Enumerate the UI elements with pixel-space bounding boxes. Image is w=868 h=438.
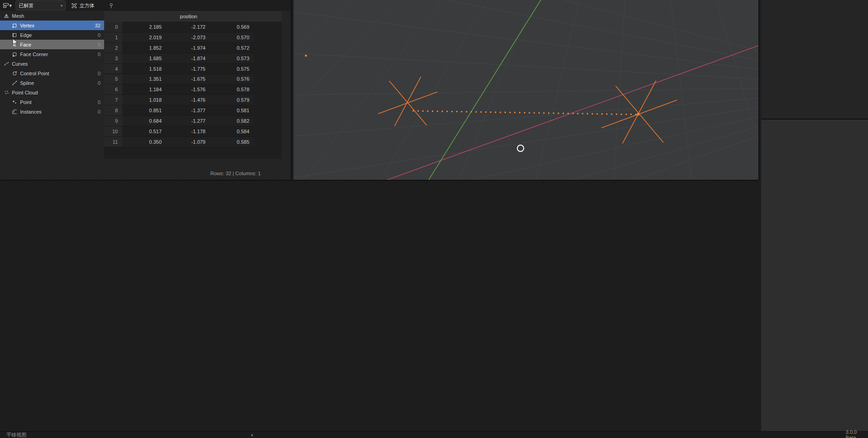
domain-row-point[interactable]: Point0 [0,97,104,107]
table-cell: 1.852 [122,43,166,53]
spreadsheet-object-name: 立方体 [79,2,95,9]
table-cell: 0.350 [122,137,166,147]
table-cell: -2.073 [166,32,210,43]
domain-label: Control Point [20,71,49,76]
spreadsheet-header: ▾已解算▾立方体 [0,0,291,11]
table-cell: 0.584 [210,126,254,137]
table-cell: 0.570 [210,32,254,43]
table-cell: -1.079 [166,137,210,147]
version-label: 3.0.0 Beta [846,429,868,438]
domain-row-instances[interactable]: Instances0 [0,107,104,116]
mesh-icon [4,13,9,19]
table-cell: -1.377 [166,105,210,116]
domain-label: Vertex [20,23,34,28]
edge-icon [12,32,17,38]
table-cell: -1.874 [166,53,210,64]
geometry-nodes-editor[interactable] [0,180,758,438]
spreadsheet-editor-type-button[interactable]: ▾ [3,1,12,10]
chevron-down-icon: ▾ [9,3,12,9]
mouse-cursor [12,38,19,46]
chevron-down-icon: ▾ [61,4,63,8]
point-icon [12,99,17,105]
table-cell: -1.974 [166,43,210,53]
table-row-index: 10 [104,126,122,137]
domain-label: Spline [20,80,34,86]
table-cell: 1.518 [122,64,166,74]
domain-count: 0 [98,32,100,38]
object-icon [71,3,77,9]
table-cell: 1.351 [122,74,166,85]
domain-label: Edge [20,32,32,38]
table-cell: 0.578 [210,84,254,95]
table-cell: 0.572 [210,43,254,53]
table-cell: 0.517 [122,126,166,137]
point-cloud-icon [4,90,9,95]
domain-row-curves[interactable]: Curves [0,59,104,68]
spreadsheet-object-chip[interactable]: 立方体 [71,2,95,9]
curves-icon [4,61,9,67]
table-cell: 1.685 [122,53,166,64]
domain-row-point-cloud[interactable]: Point Cloud [0,88,104,97]
editor-corner-icon: ◑ [250,432,253,438]
table-column-header: position [122,11,255,22]
domain-row-control-point[interactable]: Control Point0 [0,68,104,78]
domain-row-vertex[interactable]: Vertex32 [0,21,104,30]
domain-count: 0 [98,71,100,76]
table-cell: 1.184 [122,84,166,95]
table-row-index: 9 [104,116,122,126]
editor-type-icon [3,2,9,9]
table-cell: -1.178 [166,126,210,137]
table-cell: -2.172 [166,22,210,32]
spreadsheet-footer: Rows: 32 | Columns: 1 [0,171,282,176]
table-cell: 0.582 [210,116,254,126]
domain-count: 0 [98,80,100,86]
table-cell: 0.851 [122,105,166,116]
table-row-index: 2 [104,43,122,53]
domain-label: Point [20,99,32,105]
table-cell: 0.573 [210,53,254,64]
table-header: position [104,11,282,22]
status-bar: 平移视图 ◑ 3.0.0 Beta [0,431,868,438]
instances-icon [12,109,17,115]
viewport-scene [294,0,758,180]
table-row-index: 8 [104,105,122,116]
table-row-index: 5 [104,74,122,85]
viewport-3d[interactable] [294,0,759,180]
table-cell: 0.684 [122,116,166,126]
table-cell: -1.576 [166,84,210,95]
blender-window: ▾已解算▾立方体MeshVertex32Edge0Face0Face Corne… [0,0,868,438]
spreadsheet-editor: ▾已解算▾立方体MeshVertex32Edge0Face0Face Corne… [0,0,292,180]
table-cell: -1.277 [166,116,210,126]
table-cell: 0.585 [210,137,254,147]
pin-icon-button[interactable] [106,1,116,10]
table-row-index: 7 [104,95,122,105]
table-row-index: 1 [104,32,122,43]
table-cell: -1.775 [166,64,210,74]
table-row-index: 0 [104,22,122,32]
attribute-table: position02.185-2.1720.56912.019-2.0730.5… [104,11,282,159]
pin-icon [108,3,114,9]
domain-row-mesh[interactable]: Mesh [0,11,104,21]
spline-icon [12,80,17,86]
evaluation-state-dropdown[interactable]: 已解算▾ [16,0,66,10]
domain-label: Instances [20,109,42,115]
table-cell: 2.019 [122,32,166,43]
domain-label: Curves [12,61,28,67]
domain-count: 0 [98,109,100,115]
domain-label: Point Cloud [12,90,38,95]
table-cell: -1.476 [166,95,210,105]
table-cell: 0.579 [210,95,254,105]
domain-row-face-corner[interactable]: Face Corner0 [0,49,104,59]
outliner-editor [761,0,868,119]
table-cell: -1.675 [166,74,210,85]
domain-row-spline[interactable]: Spline0 [0,78,104,88]
properties-editor [761,119,868,438]
table-row-index: 3 [104,53,122,64]
table-row-index: 4 [104,64,122,74]
domain-label: Face [20,42,31,47]
table-cell: 1.018 [122,95,166,105]
table-cell: 0.581 [210,105,254,116]
domain-count: 0 [98,52,100,57]
domain-label: Mesh [12,13,24,19]
table-cell: 0.575 [210,64,254,74]
